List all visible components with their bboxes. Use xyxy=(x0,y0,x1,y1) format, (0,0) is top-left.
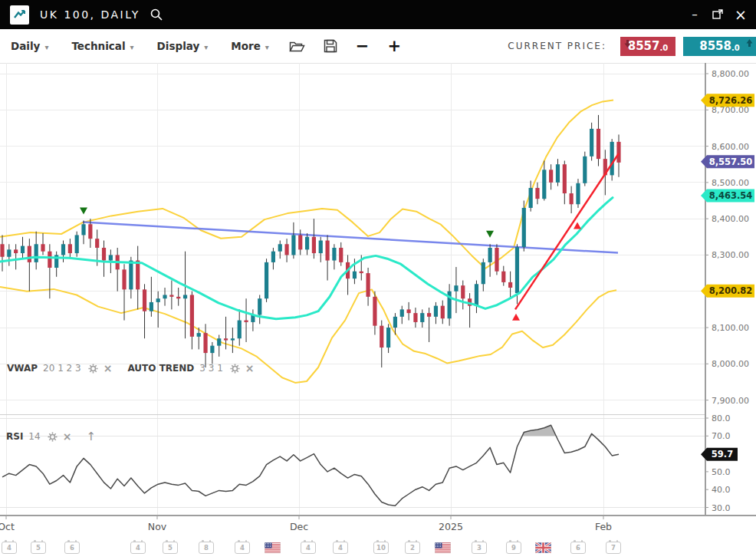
candle-bull xyxy=(81,224,85,235)
calendar-event-icon[interactable]: 5 xyxy=(163,542,178,554)
remove-indicator-icon[interactable]: × xyxy=(63,430,72,443)
price-chart[interactable]: 8,800.008,700.008,600.008,500.008,400.00… xyxy=(0,0,756,560)
rsi-axis-label: 70.0 xyxy=(712,431,731,441)
remove-indicator-icon[interactable]: × xyxy=(245,362,255,374)
candle-bull xyxy=(163,295,166,298)
price-tag-value: 59.7 xyxy=(712,449,733,460)
calendar-day: 10 xyxy=(373,542,389,554)
candle-bull xyxy=(420,313,424,322)
calendar-day: 8 xyxy=(199,542,214,554)
remove-indicator-icon[interactable]: × xyxy=(104,362,113,374)
candle-bear xyxy=(176,297,180,298)
candle-bear xyxy=(380,326,383,348)
candle-bull xyxy=(319,241,323,254)
candle-bear xyxy=(0,244,4,257)
candle-bear xyxy=(190,295,194,336)
candle-bull xyxy=(488,248,492,262)
price-axis-label: 7,900.00 xyxy=(712,396,749,406)
candle-bear xyxy=(325,241,329,261)
calendar-day: 4 xyxy=(301,542,316,554)
gear-icon[interactable] xyxy=(48,432,58,442)
events-strip: 4564584 44102 39 67 xyxy=(0,539,756,560)
candle-bull xyxy=(332,248,336,261)
candle-bear xyxy=(88,224,92,239)
calendar-day: 6 xyxy=(570,542,586,554)
candle-bear xyxy=(495,248,498,272)
gear-icon[interactable] xyxy=(230,364,240,374)
vwap-indicator-row: VWAP 20 1 2 3 × AUTO TREND 3 3 1 × xyxy=(7,362,255,374)
price-axis-label: 8,800.00 xyxy=(712,69,749,79)
calendar-day: 9 xyxy=(506,542,521,554)
candle-bear xyxy=(244,321,248,322)
calendar-day: 6 xyxy=(64,542,80,554)
candle-bear xyxy=(563,164,567,193)
candle-bear xyxy=(461,285,465,298)
us-flag-event[interactable] xyxy=(265,542,281,556)
candle-bull xyxy=(542,170,546,199)
calendar-event-icon[interactable]: 8 xyxy=(199,542,214,554)
rsi-label: RSI xyxy=(6,431,23,442)
time-axis-label: 2025 xyxy=(439,521,463,532)
candle-bull xyxy=(129,261,133,290)
us-flag-event[interactable] xyxy=(435,542,451,556)
calendar-event-icon[interactable]: 4 xyxy=(333,542,348,554)
calendar-event-icon[interactable]: 6 xyxy=(570,542,586,554)
rsi-axis-label: 50.0 xyxy=(712,467,731,477)
calendar-event-icon[interactable]: 6 xyxy=(64,542,80,554)
candle-bull xyxy=(278,244,282,251)
candle-bear xyxy=(102,248,106,261)
candle-bull xyxy=(475,284,478,305)
calendar-event-icon[interactable]: 5 xyxy=(31,542,46,554)
calendar-event-icon[interactable]: 4 xyxy=(301,542,316,554)
price-tag-value: 8,463.54 xyxy=(709,190,753,201)
vwap-label: VWAP xyxy=(7,363,38,374)
us-flag-icon xyxy=(265,542,281,553)
price-axis-label: 8,300.00 xyxy=(712,250,749,260)
candle-bear xyxy=(535,188,539,199)
candle-bear xyxy=(508,282,512,288)
time-axis-label: Feb xyxy=(595,521,612,532)
candle-bull xyxy=(590,129,593,156)
price-tag-value: 8,726.26 xyxy=(709,95,753,106)
rsi-indicator-row: RSI 14 × ↑ xyxy=(6,430,96,443)
candle-bear xyxy=(312,237,316,253)
calendar-day: 2 xyxy=(405,542,420,554)
candle-bull xyxy=(156,298,160,302)
calendar-day: 4 xyxy=(235,542,250,554)
calendar-event-icon[interactable]: 9 xyxy=(506,542,521,554)
candle-bear xyxy=(549,170,553,183)
candle-bull xyxy=(35,244,38,262)
move-pane-up-icon[interactable]: ↑ xyxy=(86,430,96,443)
candle-bull xyxy=(522,208,526,247)
candle-bear xyxy=(169,295,173,296)
calendar-event-icon[interactable]: 4 xyxy=(2,542,17,554)
candle-bull xyxy=(75,235,79,253)
candle-bull xyxy=(231,338,235,340)
calendar-event-icon[interactable]: 2 xyxy=(405,542,420,554)
calendar-event-icon[interactable]: 7 xyxy=(606,542,621,554)
calendar-event-icon[interactable]: 3 xyxy=(472,542,487,554)
candle-bull xyxy=(386,328,390,348)
candle-bull xyxy=(258,298,261,315)
candle-bear xyxy=(366,273,370,297)
rsi-params: 14 xyxy=(28,431,40,442)
candle-bull xyxy=(482,262,485,284)
rsi-overbought-fill xyxy=(522,425,556,436)
sell-marker-icon xyxy=(486,231,494,238)
candle-bull xyxy=(291,235,295,255)
calendar-day: 7 xyxy=(606,542,621,554)
calendar-day: 4 xyxy=(130,542,146,554)
candle-bull xyxy=(400,309,404,316)
candle-bear xyxy=(616,142,620,163)
price-axis-label: 8,600.00 xyxy=(712,142,749,152)
calendar-day: 4 xyxy=(2,542,17,554)
candle-bull xyxy=(529,188,533,208)
candle-bear xyxy=(95,239,99,248)
vwap-params: 20 1 2 3 xyxy=(43,363,81,374)
gear-icon[interactable] xyxy=(88,364,98,374)
calendar-event-icon[interactable]: 4 xyxy=(235,542,250,554)
candle-bear xyxy=(501,272,505,282)
calendar-event-icon[interactable]: 10 xyxy=(373,542,389,554)
uk-flag-event[interactable] xyxy=(535,542,551,556)
calendar-event-icon[interactable]: 4 xyxy=(130,542,146,554)
